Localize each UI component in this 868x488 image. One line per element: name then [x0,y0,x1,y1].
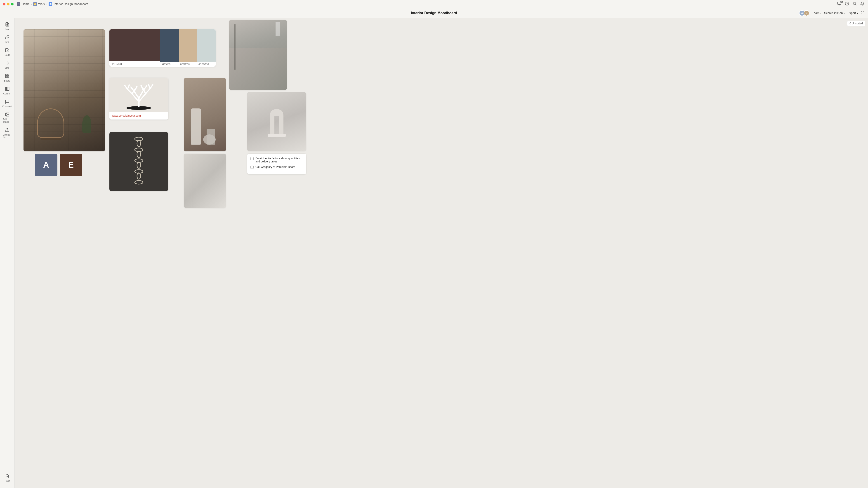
sidebar-item-comment[interactable]: Comment [1,98,13,109]
sidebar-note-label: Note [5,28,9,31]
svg-rect-10 [5,76,7,78]
sidebar: Note Link To-do Line [0,18,14,244]
svg-rect-13 [8,87,9,91]
svg-rect-11 [5,87,6,91]
sidebar-item-column[interactable]: Column [1,85,13,96]
traffic-lights [3,3,13,5]
avatar-block-a: A [35,154,57,176]
work-folder-icon: 📁 [33,2,37,6]
sidebar-add-image-label: Add image [3,118,11,123]
svg-line-34 [149,85,150,89]
checkbox-2[interactable] [250,166,254,169]
coral-link-card: www.porcelainbear.com [110,78,168,120]
checklist-item-2-text: Call Gregeory at Porcelain Bears [255,165,295,168]
checkbox-1[interactable] [250,157,254,160]
canvas-inner: 0 Unsorted #4F3A38 [14,18,434,244]
avatar-block-a-letter: A [43,160,49,170]
arch-image [247,92,306,151]
svg-rect-46 [270,116,274,134]
sidebar-board-label: Board [4,79,10,82]
breadcrumb-sep-2: › [46,2,47,6]
sidebar-line-label: Line [5,67,9,69]
home-icon[interactable]: ⬡ [17,2,20,6]
page-icon: 📄 [49,2,52,6]
board-icon [5,74,9,79]
add-image-icon [5,112,9,118]
column-icon [5,87,9,92]
concrete-interior-image [229,20,287,90]
svg-line-33 [150,85,153,89]
avatar-block-e: E [60,154,82,176]
arch-sculpture-svg [263,105,290,138]
main-toolbar: Interior Design Moodboard A B Team Secre… [0,8,434,18]
maximize-button[interactable] [11,3,13,5]
sidebar-column-label: Column [3,92,11,95]
patio-image [24,29,105,151]
svg-rect-47 [279,116,283,134]
avatar-block-e-letter: E [68,160,74,170]
sidebar-comment-label: Comment [2,105,12,108]
svg-rect-12 [7,87,8,91]
todo-icon [5,48,9,53]
breadcrumb-page: Interior Design Moodboard [54,2,88,6]
comment-icon [5,99,9,105]
color-palette-card: #4F3A38 #415163 #CFB696 #CDD7D6 [110,29,216,67]
svg-line-31 [125,86,127,89]
chain-svg [127,134,150,189]
checklist-item-1-text: Email the tile factory about quantities … [255,157,303,163]
svg-rect-9 [7,76,9,78]
svg-rect-7 [5,74,7,76]
sidebar-item-line[interactable]: Line [1,59,13,70]
breadcrumb-work[interactable]: Work [38,2,45,6]
tile-image [184,154,226,208]
upload-icon [5,128,9,133]
sidebar-item-todo[interactable]: To-do [1,46,13,58]
color-swatch-label-4: #CDD7D6 [197,62,216,67]
svg-point-43 [137,173,141,179]
sidebar-todo-label: To-do [4,54,10,56]
sidebar-item-upload[interactable]: Upload file [1,126,13,140]
svg-line-25 [146,89,150,94]
svg-rect-8 [7,74,9,76]
svg-rect-45 [268,134,286,137]
minimize-button[interactable] [7,3,9,5]
svg-point-39 [137,151,141,158]
svg-line-29 [143,86,147,90]
link-icon [5,35,9,40]
svg-point-15 [6,113,6,114]
checklist-card: Email the tile factory about quantities … [247,154,306,174]
svg-point-44 [135,181,143,184]
svg-point-41 [137,162,141,168]
sidebar-item-add-image[interactable]: Add image [1,111,13,125]
sidebar-item-note[interactable]: Note [1,21,13,32]
breadcrumb: ⬡ Home › 📁 Work › 📄 Interior Design Mood… [17,2,88,6]
color-swatch-label-3: #CFB696 [179,62,197,67]
checklist-item-2: Call Gregeory at Porcelain Bears [250,165,303,169]
avatar-blocks: A E [35,154,82,176]
svg-line-32 [127,85,129,89]
note-icon [5,22,9,28]
sidebar-item-link[interactable]: Link [1,34,13,45]
svg-point-37 [137,140,141,147]
coral-sculpture-svg [119,79,159,111]
line-icon [5,61,9,66]
close-button[interactable] [3,3,5,5]
sidebar-upload-label: Upload file [3,133,11,138]
sidebar-link-label: Link [5,41,9,43]
chain-image [110,132,168,191]
color-swatch-label-2: #415163 [160,62,179,67]
svg-line-23 [127,89,132,94]
vases-image [184,78,226,151]
page-title: Interior Design Moodboard [411,11,434,15]
breadcrumb-sep-1: › [31,2,32,6]
sidebar-item-board[interactable]: Board [1,72,13,84]
link-card-content: www.porcelainbear.com [110,112,168,120]
svg-line-27 [131,87,134,92]
breadcrumb-home[interactable]: Home [22,2,30,6]
color-swatch-label-1: #4F3A38 [110,61,160,67]
svg-line-20 [139,94,146,102]
canvas[interactable]: 0 Unsorted #4F3A38 [14,18,434,244]
porcelain-bear-link[interactable]: www.porcelainbear.com [112,114,141,117]
titlebar: ⬡ Home › 📁 Work › 📄 Interior Design Mood… [0,0,434,8]
checklist-item-1: Email the tile factory about quantities … [250,157,303,163]
